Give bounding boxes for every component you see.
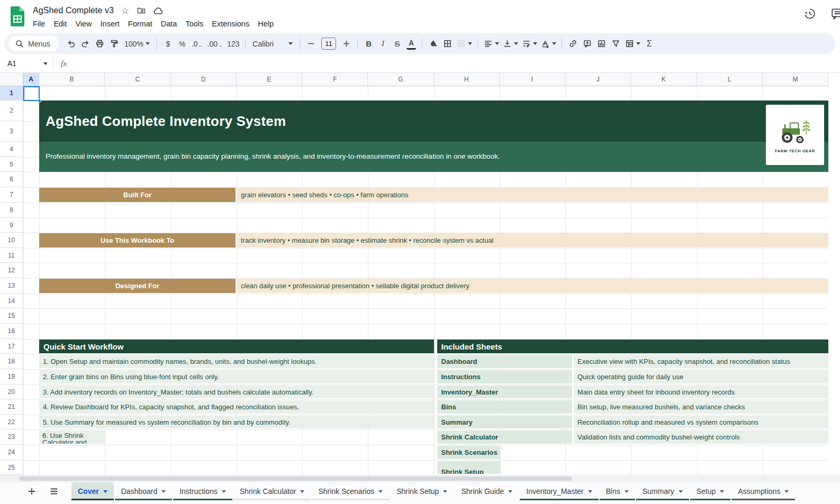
strikethrough-button[interactable]: S — [390, 36, 404, 51]
row-header-18[interactable]: 18 — [0, 354, 23, 369]
insert-link-icon[interactable] — [566, 36, 580, 51]
chevron-down-icon[interactable] — [161, 490, 166, 493]
document-title[interactable]: AgShed Complete v3 — [33, 6, 114, 15]
move-folder-icon[interactable] — [137, 6, 146, 15]
column-header-H[interactable]: H — [434, 73, 500, 86]
row-header-13[interactable]: 13 — [0, 278, 23, 294]
menu-extensions[interactable]: Extensions — [207, 18, 254, 30]
column-header-L[interactable]: L — [697, 73, 763, 86]
align-left-icon[interactable] — [482, 36, 501, 51]
bold-button[interactable]: B — [362, 36, 376, 51]
format-percent-button[interactable]: % — [175, 36, 189, 51]
quick-start-step-1[interactable]: 1. Open Setup and maintain commodity nam… — [39, 355, 434, 368]
borders-icon[interactable] — [440, 36, 455, 51]
row-header-7[interactable]: 7 — [0, 187, 23, 203]
column-header-K[interactable]: K — [631, 73, 697, 86]
google-sheets-logo-icon[interactable] — [10, 6, 25, 27]
column-header-I[interactable]: I — [500, 73, 565, 86]
quick-start-step-5[interactable]: 5. Use Summary for measured vs system re… — [39, 416, 434, 428]
row-header-15[interactable]: 15 — [0, 308, 23, 324]
sheet-row-label-7[interactable]: Shrink Scenarios — [437, 446, 501, 459]
vertical-align-icon[interactable] — [501, 36, 520, 51]
table-views-icon[interactable] — [623, 36, 642, 51]
row-header-10[interactable]: 10 — [0, 233, 23, 248]
sheet-row-desc-1[interactable]: Executive view with KPIs, capacity snaps… — [574, 355, 828, 368]
decrease-decimal-button[interactable]: .0← — [189, 36, 205, 51]
info-label-1[interactable]: Built For — [39, 188, 236, 202]
increase-decimal-button[interactable]: .00→ — [205, 36, 225, 51]
column-header-F[interactable]: F — [302, 73, 368, 86]
quick-start-step-3[interactable]: 3. Add inventory records on Inventory_Ma… — [39, 386, 434, 398]
info-label-2[interactable]: Use This Workbook To — [39, 233, 236, 248]
comment-icon[interactable] — [830, 7, 840, 21]
row-header-4[interactable]: 4 — [0, 142, 23, 157]
row-header-8[interactable]: 8 — [0, 203, 23, 218]
row-header-23[interactable]: 23 — [0, 429, 23, 445]
sheet-tab-shrink-calculator[interactable]: Shrink Calculator — [233, 482, 311, 500]
text-rotation-icon[interactable] — [539, 36, 558, 51]
menu-edit[interactable]: Edit — [49, 18, 71, 30]
sheet-tab-assumptions[interactable]: Assumptions — [731, 482, 795, 500]
row-header-16[interactable]: 16 — [0, 324, 23, 339]
create-filter-icon[interactable] — [609, 36, 623, 51]
column-header-D[interactable]: D — [171, 73, 237, 86]
chevron-down-icon[interactable] — [784, 490, 789, 493]
column-header-G[interactable]: G — [368, 73, 433, 86]
insert-comment-icon[interactable] — [580, 36, 594, 51]
sheet-row-label-1[interactable]: Dashboard — [437, 355, 572, 368]
chevron-down-icon[interactable] — [679, 490, 683, 493]
sheet-tab-shrink-scenarios[interactable]: Shrink Scenarios — [312, 482, 389, 500]
chevron-down-icon[interactable] — [588, 490, 592, 493]
cells-canvas[interactable]: AgShed Complete Inventory SystemProfessi… — [23, 86, 828, 475]
sheet-row-label-8[interactable]: Shrink Setup — [437, 461, 501, 474]
sheet-row-desc-2[interactable]: Quick operating guide for daily use — [574, 370, 828, 383]
chevron-down-icon[interactable] — [300, 490, 304, 493]
sheet-row-label-3[interactable]: Inventory_Master — [437, 386, 572, 398]
add-sheet-icon[interactable] — [24, 484, 39, 499]
chevron-down-icon[interactable] — [443, 490, 447, 493]
row-header-3[interactable]: 3 — [0, 121, 23, 142]
redo-icon[interactable] — [78, 36, 93, 51]
text-wrap-icon[interactable] — [520, 36, 539, 51]
menu-insert[interactable]: Insert — [96, 18, 124, 30]
column-header-C[interactable]: C — [105, 73, 170, 86]
zoom-control[interactable]: 100% — [121, 40, 153, 48]
undo-icon[interactable] — [64, 36, 78, 51]
sheet-row-desc-5[interactable]: Reconciliation rollup and measured vs sy… — [574, 416, 828, 428]
select-all-corner[interactable] — [0, 73, 23, 86]
row-header-14[interactable]: 14 — [0, 294, 23, 308]
horizontal-scrollbar-thumb[interactable] — [19, 476, 572, 481]
row-header-9[interactable]: 9 — [0, 218, 23, 233]
column-header-A[interactable]: A — [23, 73, 39, 86]
font-family-select[interactable]: Calibri — [249, 40, 296, 48]
chevron-down-icon[interactable] — [222, 490, 226, 493]
quick-start-step-2[interactable]: 2. Enter grain bins on Bins using blue-f… — [39, 370, 434, 383]
format-currency-button[interactable]: $ — [161, 36, 175, 51]
column-header-J[interactable]: J — [565, 73, 631, 86]
cloud-saved-icon[interactable] — [153, 7, 164, 15]
row-header-1[interactable]: 1 — [0, 86, 23, 100]
sheet-row-label-4[interactable]: Bins — [437, 400, 572, 414]
sheet-tab-cover[interactable]: Cover — [71, 482, 114, 500]
menus-search-button[interactable]: Menus — [8, 36, 59, 51]
column-header-M[interactable]: M — [763, 73, 828, 86]
horizontal-scrollbar[interactable] — [0, 475, 840, 482]
sheet-tab-dashboard[interactable]: Dashboard — [115, 482, 173, 500]
row-header-11[interactable]: 11 — [0, 248, 23, 263]
sheet-tab-bins[interactable]: Bins — [600, 482, 635, 500]
row-header-21[interactable]: 21 — [0, 399, 23, 415]
sheet-row-label-2[interactable]: Instructions — [437, 370, 572, 383]
row-header-20[interactable]: 20 — [0, 384, 23, 399]
fill-handle[interactable] — [38, 99, 41, 103]
sheet-tab-setup[interactable]: Setup — [690, 482, 731, 500]
column-header-E[interactable]: E — [237, 73, 302, 86]
all-sheets-icon[interactable] — [47, 484, 61, 499]
sheet-row-desc-3[interactable]: Main data entry sheet for inbound invent… — [574, 386, 828, 398]
chevron-down-icon[interactable] — [378, 490, 383, 493]
functions-button[interactable]: Σ — [642, 36, 656, 51]
menu-tools[interactable]: Tools — [181, 18, 207, 30]
row-header-25[interactable]: 25 — [0, 460, 23, 475]
sheet-row-label-6[interactable]: Shrink Calculator — [437, 430, 572, 444]
more-formats-button[interactable]: 123 — [225, 36, 241, 51]
menu-help[interactable]: Help — [254, 18, 278, 30]
